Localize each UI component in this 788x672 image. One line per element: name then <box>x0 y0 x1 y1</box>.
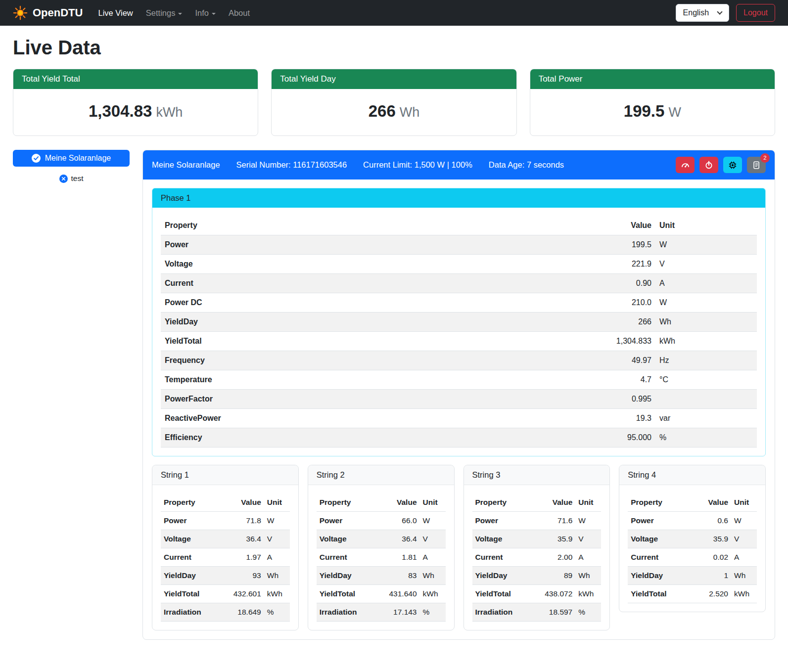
table-row: YieldTotal431.640kWh <box>317 585 446 603</box>
summary-card-title: Total Yield Total <box>13 69 258 89</box>
string-title: String 1 <box>152 465 298 485</box>
power-settings-button[interactable] <box>699 157 718 173</box>
table-row: YieldDay93Wh <box>161 567 290 585</box>
unit-cell: °C <box>655 370 757 390</box>
sidebar-item-test[interactable]: test <box>13 174 130 183</box>
unit-cell: W <box>575 512 601 530</box>
unit-cell: kWh <box>655 332 757 351</box>
unit-cell: V <box>655 255 757 274</box>
summary-card-value: 1,304.83 <box>89 102 152 120</box>
property-cell: YieldDay <box>317 567 380 585</box>
unit-cell: A <box>420 548 446 567</box>
caret-down-icon <box>212 13 216 15</box>
table-row: Voltage36.4V <box>317 530 446 548</box>
property-cell: PowerFactor <box>161 390 596 409</box>
property-cell: Power <box>472 512 536 530</box>
nav-item-about[interactable]: About <box>222 4 256 22</box>
value-cell: 438.072 <box>536 585 575 603</box>
column-header-unit: Unit <box>575 493 601 512</box>
inverter-select-button[interactable]: Meine Solaranlage <box>13 150 130 167</box>
value-cell: 266 <box>596 313 655 332</box>
logout-button[interactable]: Logout <box>736 4 775 22</box>
device-info-button[interactable] <box>723 157 742 173</box>
string-title: String 3 <box>464 465 610 485</box>
inverter-serial: Serial Number: 116171603546 <box>236 160 347 170</box>
unit-cell: W <box>655 235 757 255</box>
table-row: Current0.02A <box>628 548 757 567</box>
unit-cell: % <box>264 603 290 622</box>
property-cell: Power <box>628 512 692 530</box>
table-row: YieldTotal438.072kWh <box>472 585 602 603</box>
table-row: YieldDay266Wh <box>161 313 757 332</box>
table-row: YieldDay1Wh <box>628 567 757 585</box>
property-cell: Current <box>161 548 225 567</box>
value-cell: 1.81 <box>380 548 420 567</box>
summary-card-unit: Wh <box>400 105 420 120</box>
value-cell: 49.97 <box>596 351 655 370</box>
unit-cell: kWh <box>264 585 290 603</box>
value-cell: 35.9 <box>692 530 731 548</box>
unit-cell: A <box>655 274 757 293</box>
value-cell: 432.601 <box>225 585 264 603</box>
unit-cell: % <box>420 603 446 622</box>
property-cell: Frequency <box>161 351 596 370</box>
unit-cell: V <box>731 530 757 548</box>
brand[interactable]: OpenDTU <box>13 5 83 20</box>
property-cell: YieldDay <box>161 567 225 585</box>
table-row: YieldDay83Wh <box>317 567 446 585</box>
main-content: Meine Solaranlage test Meine Solaranlage… <box>0 150 788 655</box>
table-row: Voltage35.9V <box>472 530 602 548</box>
cpu-chip-icon <box>728 161 737 170</box>
table-row: Current1.97A <box>161 548 290 567</box>
property-cell: Irradiation <box>317 603 380 622</box>
unit-cell: var <box>655 409 757 428</box>
nav-item-live-view[interactable]: Live View <box>92 4 139 22</box>
property-cell: Efficiency <box>161 428 596 448</box>
nav-links: Live View Settings Info About <box>92 4 256 22</box>
property-cell: Voltage <box>472 530 536 548</box>
phase-table: Property Value Unit Power199.5W Voltage2… <box>161 216 757 448</box>
inverter-select-label: Meine Solaranlage <box>45 154 111 163</box>
limit-settings-button[interactable] <box>676 157 695 173</box>
column-header-property: Property <box>472 493 536 512</box>
table-row: YieldTotal2.520kWh <box>628 585 757 603</box>
table-row: Irradiation18.597% <box>472 603 602 622</box>
caret-down-icon <box>178 13 182 15</box>
phase-title: Phase 1 <box>152 188 765 208</box>
value-cell: 35.9 <box>536 530 575 548</box>
property-cell: Voltage <box>161 255 596 274</box>
unit-cell: W <box>655 293 757 313</box>
table-row: YieldDay89Wh <box>472 567 602 585</box>
nav-item-info[interactable]: Info <box>188 4 222 22</box>
unit-cell: kWh <box>575 585 601 603</box>
value-cell: 210.0 <box>596 293 655 313</box>
unit-cell: Hz <box>655 351 757 370</box>
sun-logo-icon <box>13 5 28 20</box>
unit-cell: Wh <box>420 567 446 585</box>
string-table: Property Value Unit Power71.6W Voltage35… <box>472 493 602 622</box>
table-row: PowerFactor0.995 <box>161 390 757 409</box>
summary-card-total-power: Total Power 199.5W <box>530 69 775 136</box>
top-navbar: OpenDTU Live View Settings Info About En… <box>0 0 788 26</box>
language-selector[interactable]: English <box>676 4 729 22</box>
unit-cell: A <box>731 548 757 567</box>
table-row: Power71.8W <box>161 512 290 530</box>
sidebar-item-label: test <box>71 174 84 183</box>
table-row: Power71.6W <box>472 512 602 530</box>
value-cell: 2.00 <box>536 548 575 567</box>
value-cell: 1,304.833 <box>596 332 655 351</box>
value-cell: 36.4 <box>380 530 420 548</box>
unit-cell: A <box>264 548 290 567</box>
property-cell: YieldTotal <box>628 585 692 603</box>
value-cell: 71.6 <box>536 512 575 530</box>
chevron-down-icon <box>717 9 722 14</box>
value-cell: 89 <box>536 567 575 585</box>
nav-item-settings[interactable]: Settings <box>139 4 189 22</box>
unit-cell: kWh <box>731 585 757 603</box>
summary-card-total-yield-total: Total Yield Total 1,304.83kWh <box>13 69 258 136</box>
value-cell: 95.000 <box>596 428 655 448</box>
table-row: Voltage36.4V <box>161 530 290 548</box>
event-log-button[interactable]: 2 <box>747 157 766 173</box>
x-circle-icon <box>59 175 68 183</box>
string-card-4: String 4 Property Value Unit Power0.6W <box>619 465 766 612</box>
